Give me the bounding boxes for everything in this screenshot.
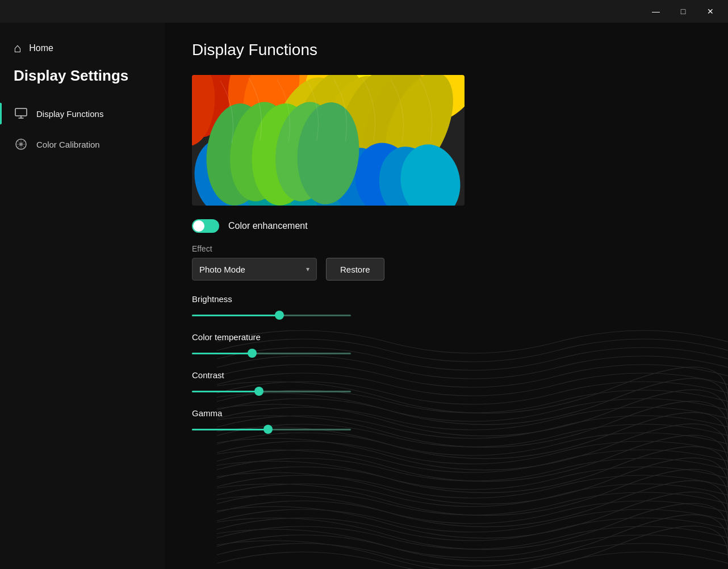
effect-select[interactable]: Photo Mode ▾ (192, 258, 317, 281)
sidebar-item-color-calibration-label: Color Calibration (36, 140, 100, 149)
slider-section-contrast: Contrast (192, 370, 701, 397)
home-nav[interactable]: ⌂ Home (0, 36, 165, 67)
effect-select-text: Photo Mode (199, 265, 306, 274)
restore-button[interactable]: Restore (326, 258, 384, 281)
effect-label: Effect (192, 244, 701, 253)
color-calibration-icon (14, 137, 28, 152)
slider-section-gamma: Gamma (192, 408, 701, 435)
title-bar: — □ ✕ (0, 0, 728, 23)
svg-point-2 (19, 143, 23, 146)
slider-track-color-temperature[interactable] (192, 348, 351, 359)
slider-label-brightness: Brightness (192, 294, 701, 304)
sidebar: ⌂ Home Display Settings Display Function… (0, 23, 165, 569)
slider-label-contrast: Contrast (192, 370, 701, 380)
slider-section-color-temperature: Color temperature (192, 332, 701, 359)
slider-label-color-temperature: Color temperature (192, 332, 701, 342)
monitor-icon (14, 106, 28, 121)
sidebar-nav: Display Functions Color Calibration (0, 98, 165, 160)
slider-thumb-contrast[interactable] (254, 387, 263, 396)
feather-svg (192, 75, 465, 206)
sliders-container: BrightnessColor temperatureContrastGamma (192, 294, 701, 435)
sidebar-title: Display Settings (0, 67, 165, 98)
sidebar-item-color-calibration[interactable]: Color Calibration (0, 129, 165, 160)
effect-row: Photo Mode ▾ Restore (192, 258, 701, 281)
slider-thumb-gamma[interactable] (263, 425, 273, 434)
color-enhancement-label: Color enhancement (228, 221, 308, 231)
maximize-button[interactable]: □ (670, 2, 696, 20)
svg-rect-0 (15, 108, 27, 116)
app-container: ⌂ Home Display Settings Display Function… (0, 23, 728, 569)
home-label: Home (29, 43, 53, 53)
chevron-down-icon: ▾ (306, 265, 309, 273)
slider-section-brightness: Brightness (192, 294, 701, 321)
color-enhancement-row: Color enhancement (192, 219, 701, 233)
main-content: Display Functions (165, 23, 728, 569)
slider-track-brightness[interactable] (192, 309, 351, 321)
minimize-button[interactable]: — (643, 2, 669, 20)
effect-section: Effect Photo Mode ▾ Restore (192, 244, 701, 281)
close-button[interactable]: ✕ (697, 2, 723, 20)
sidebar-item-display-functions[interactable]: Display Functions (0, 98, 165, 129)
color-enhancement-toggle[interactable] (192, 219, 219, 233)
window-controls: — □ ✕ (643, 2, 723, 20)
slider-track-gamma[interactable] (192, 424, 351, 435)
preview-image (192, 75, 465, 206)
slider-thumb-color-temperature[interactable] (248, 349, 257, 358)
sidebar-item-display-functions-label: Display Functions (36, 109, 103, 119)
page-title: Display Functions (192, 41, 701, 59)
slider-track-contrast[interactable] (192, 386, 351, 397)
slider-thumb-brightness[interactable] (275, 311, 284, 320)
home-icon: ⌂ (14, 41, 21, 56)
slider-label-gamma: Gamma (192, 408, 701, 418)
